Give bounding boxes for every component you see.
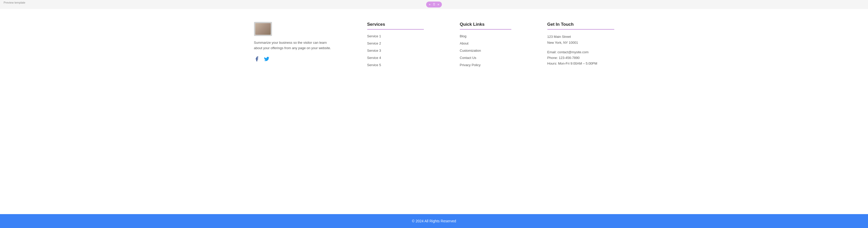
add-icon[interactable]: + (429, 3, 431, 6)
privacy-policy-link[interactable]: Privacy Policy (460, 63, 481, 67)
brand-description: Summarize your business so the visitor c… (254, 40, 331, 51)
footer-section: Summarize your business so the visitor c… (254, 22, 614, 67)
contact-details: 123 Main Street New York, NY 10001 Email… (547, 34, 614, 66)
list-item: Service 5 (367, 63, 424, 67)
main-content: Summarize your business so the visitor c… (0, 9, 868, 214)
contact-title: Get In Touch (547, 22, 614, 30)
email-info: Email: contact@mysite.com (547, 50, 614, 55)
list-item: Service 1 (367, 34, 424, 38)
contact-address: 123 Main Street New York, NY 10001 (547, 34, 614, 46)
phone-info: Phone: 123-456-7890 (547, 55, 614, 61)
move-icon[interactable]: ⠿ (433, 3, 435, 6)
service-4-link[interactable]: Service 4 (367, 56, 381, 60)
service-2-link[interactable]: Service 2 (367, 41, 381, 45)
service-1-link[interactable]: Service 1 (367, 34, 381, 38)
list-item: Privacy Policy (460, 63, 511, 67)
list-item: Customization (460, 48, 511, 53)
services-column: Services Service 1 Service 2 Service 3 S… (367, 22, 424, 67)
list-item: Service 4 (367, 55, 424, 60)
contact-info: Email: contact@mysite.com Phone: 123-456… (547, 50, 614, 66)
close-icon[interactable]: × (437, 3, 439, 6)
brand-column: Summarize your business so the visitor c… (254, 22, 331, 67)
service-3-link[interactable]: Service 3 (367, 48, 381, 53)
page-wrapper: Preview template + ⠿ × Summarize your bu… (0, 0, 868, 228)
services-list: Service 1 Service 2 Service 3 Service 4 … (367, 34, 424, 67)
address-line-1: 123 Main Street (547, 34, 614, 40)
service-5-link[interactable]: Service 5 (367, 63, 381, 67)
address-line-2: New York, NY 10001 (547, 40, 614, 45)
footer-bar: © 2024 All Rights Reserved (0, 214, 868, 228)
about-link[interactable]: About (460, 41, 469, 45)
quick-links-title: Quick Links (460, 22, 511, 30)
toolbar-pill: + ⠿ × (426, 2, 442, 7)
blog-link[interactable]: Blog (460, 34, 467, 38)
list-item: Service 2 (367, 41, 424, 45)
quick-links-list: Blog About Customization Contact Us Priv… (460, 34, 511, 67)
list-item: Contact Us (460, 55, 511, 60)
list-item: About (460, 41, 511, 45)
twitter-link[interactable] (264, 56, 270, 63)
customization-link[interactable]: Customization (460, 48, 481, 53)
facebook-link[interactable] (254, 56, 260, 63)
quick-links-column: Quick Links Blog About Customization Con… (460, 22, 511, 67)
hours-info: Hours: Mon-Fri 9:00AM – 5:00PM (547, 61, 614, 66)
services-title: Services (367, 22, 424, 30)
list-item: Blog (460, 34, 511, 38)
brand-logo-image (255, 23, 271, 35)
brand-logo (254, 22, 272, 36)
contact-column: Get In Touch 123 Main Street New York, N… (547, 22, 614, 67)
top-toolbar: + ⠿ × (0, 0, 868, 9)
social-links (254, 56, 331, 63)
copyright-text: © 2024 All Rights Reserved (412, 219, 456, 223)
contact-us-link[interactable]: Contact Us (460, 56, 476, 60)
list-item: Service 3 (367, 48, 424, 53)
